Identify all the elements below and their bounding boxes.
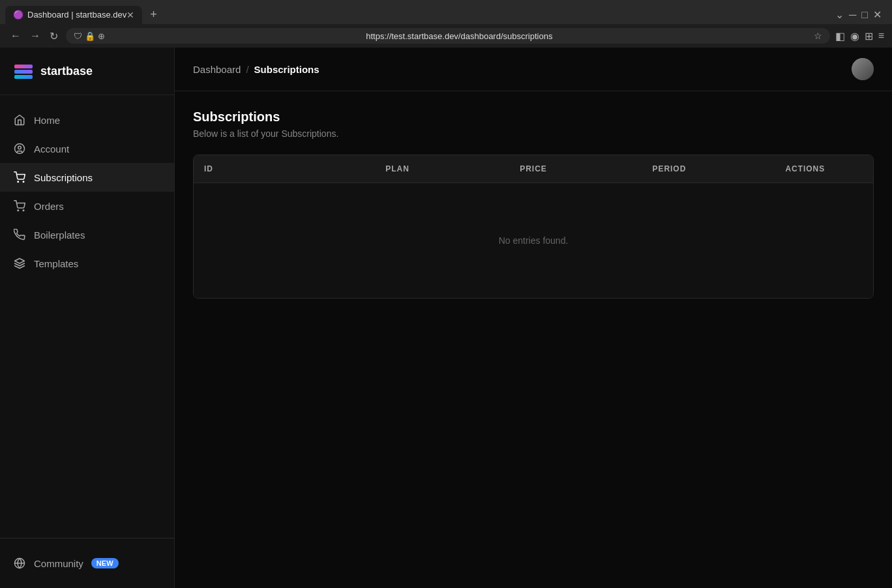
minimize-button[interactable]: ─ [849, 9, 856, 21]
svg-point-8 [23, 210, 24, 211]
forward-button[interactable]: → [27, 29, 43, 43]
sidebar-item-label-account: Account [34, 143, 69, 154]
column-header-actions: ACTIONS [737, 155, 873, 183]
window-close-button[interactable]: ✕ [873, 8, 882, 21]
menu-icon[interactable]: ≡ [878, 30, 884, 42]
browser-chrome: 🟣 Dashboard | startbase.dev ✕ + ⌄ ─ □ ✕ … [0, 0, 892, 48]
topbar: Dashboard / Subscriptions [175, 48, 892, 91]
sidebar-item-account[interactable]: Account [0, 134, 174, 163]
sidebar-item-templates[interactable]: Templates [0, 249, 174, 278]
browser-action-buttons: ◧ ◉ ⊞ ≡ [835, 30, 884, 42]
svg-rect-0 [14, 65, 33, 68]
orders-icon [13, 199, 26, 213]
page-description: Below is a list of your Subscriptions. [193, 128, 874, 139]
templates-icon [13, 257, 26, 270]
tab-favicon: 🟣 [13, 10, 23, 20]
maximize-button[interactable]: □ [861, 9, 868, 21]
new-tab-button[interactable]: + [145, 5, 162, 24]
sidebar-item-subscriptions[interactable]: Subscriptions [0, 163, 174, 192]
subscriptions-table: ID PLAN PRICE PERIOD ACTIONS No entries … [193, 154, 874, 299]
avatar-image [852, 58, 874, 80]
user-avatar[interactable] [852, 58, 874, 80]
address-bar: ← → ↻ 🛡 🔒 ⊕ https://test.startbase.dev/d… [0, 24, 892, 48]
tab-title: Dashboard | startbase.dev [27, 10, 126, 20]
sidebar-item-orders[interactable]: Orders [0, 192, 174, 220]
empty-state-message: No entries found. [194, 183, 873, 298]
svg-point-7 [18, 210, 19, 211]
tab-extra-controls: ⌄ ─ □ ✕ [835, 8, 887, 21]
sidebar-item-label-home: Home [34, 115, 60, 126]
svg-rect-1 [14, 70, 33, 74]
breadcrumb-current: Subscriptions [254, 64, 320, 75]
tab-dropdown-icon[interactable]: ⌄ [835, 8, 844, 21]
column-header-price: PRICE [466, 155, 601, 183]
profile-icon[interactable]: ◉ [850, 30, 859, 42]
extensions-icon[interactable]: ⊞ [865, 30, 873, 42]
boilerplates-icon [13, 228, 26, 241]
new-badge: NEW [91, 558, 119, 568]
subscriptions-icon [13, 171, 26, 184]
table-header: ID PLAN PRICE PERIOD ACTIONS [194, 155, 873, 183]
account-icon [13, 142, 26, 155]
back-button[interactable]: ← [8, 29, 23, 43]
url-text[interactable]: https://test.startbase.dev/dashboard/sub… [109, 31, 810, 41]
svg-rect-2 [14, 75, 33, 79]
sidebar-footer: Community NEW [0, 538, 174, 588]
page-title: Subscriptions [193, 110, 874, 125]
sidebar-item-home[interactable]: Home [0, 106, 174, 134]
bookmark-icon[interactable]: ☆ [814, 31, 822, 41]
logo-text: startbase [40, 65, 93, 78]
nav-buttons: ← → ↻ [8, 29, 61, 44]
empty-state-text: No entries found. [499, 235, 569, 246]
sidebar-item-label-subscriptions: Subscriptions [34, 172, 93, 183]
main-content: Dashboard / Subscriptions Subscriptions … [175, 48, 892, 588]
sidebar-item-label-orders: Orders [34, 201, 64, 212]
sidebar-item-label-community: Community [34, 558, 83, 569]
breadcrumb-parent[interactable]: Dashboard [193, 64, 241, 75]
breadcrumb-separator: / [246, 64, 248, 75]
svg-point-4 [18, 146, 22, 149]
security-extra-icon: ⊕ [98, 31, 105, 41]
sidebar-item-community[interactable]: Community NEW [0, 549, 174, 578]
tab-bar: 🟣 Dashboard | startbase.dev ✕ + ⌄ ─ □ ✕ [0, 0, 892, 24]
svg-point-5 [18, 181, 19, 183]
column-header-period: PERIOD [601, 155, 737, 183]
app: startbase Home Account [0, 48, 892, 588]
refresh-button[interactable]: ↻ [47, 29, 61, 44]
logo-icon [13, 61, 34, 81]
page-content: Subscriptions Below is a list of your Su… [175, 91, 892, 588]
tab-close-button[interactable]: ✕ [126, 10, 134, 20]
svg-point-6 [23, 181, 24, 183]
sidebar-item-boilerplates[interactable]: Boilerplates [0, 220, 174, 249]
active-tab[interactable]: 🟣 Dashboard | startbase.dev ✕ [5, 6, 142, 24]
community-icon [13, 557, 26, 570]
breadcrumb: Dashboard / Subscriptions [193, 64, 320, 75]
shield-icon: 🛡 [74, 31, 82, 41]
sidebar-nav: Home Account Subscriptions [0, 95, 174, 538]
column-header-id: ID [194, 155, 329, 183]
url-bar[interactable]: 🛡 🔒 ⊕ https://test.startbase.dev/dashboa… [66, 28, 830, 44]
home-icon [13, 113, 26, 126]
pocket-icon[interactable]: ◧ [835, 30, 845, 42]
column-header-plan: PLAN [329, 155, 465, 183]
sidebar-logo: startbase [0, 48, 174, 95]
sidebar: startbase Home Account [0, 48, 175, 588]
sidebar-item-label-templates: Templates [34, 258, 78, 269]
sidebar-item-label-boilerplates: Boilerplates [34, 229, 85, 241]
url-security-icons: 🛡 🔒 ⊕ [74, 31, 105, 41]
table-body: No entries found. [194, 183, 873, 298]
lock-icon: 🔒 [85, 31, 95, 41]
